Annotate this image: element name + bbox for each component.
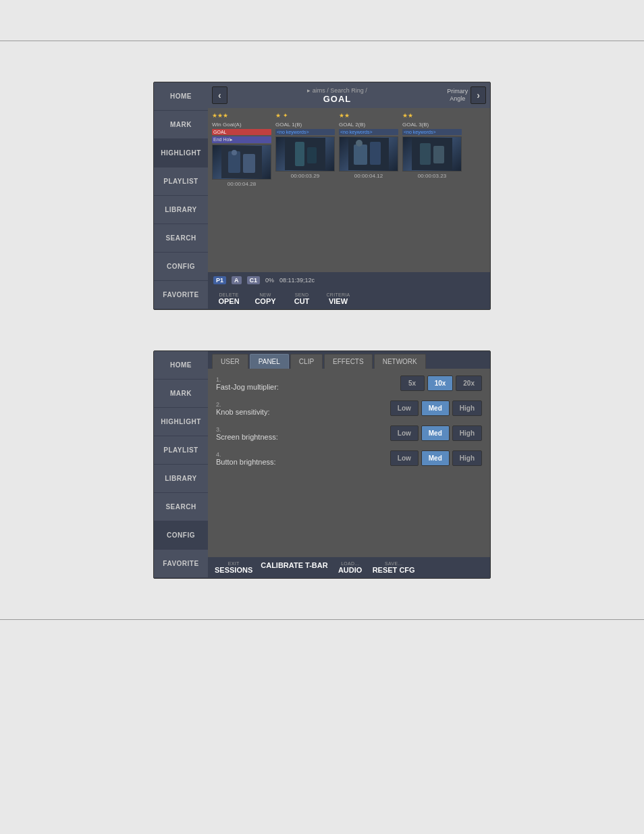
open-button[interactable]: DELETE OPEN (212, 291, 246, 307)
sidebar-item-search[interactable]: SEARCH (154, 224, 208, 253)
config-bottom-bar: EXIT SESSIONS CALIBRATE T-BAR LOAD... AU… (208, 557, 490, 578)
panel-1-header: ‹ ▸ aims / Search Ring / GOAL Primary An… (208, 82, 490, 108)
row2-btn-high[interactable]: High (452, 400, 482, 416)
clip-item-3[interactable]: ★★ GOAL 2(B) <no keywords> (339, 112, 398, 190)
tab-clip[interactable]: CLIP (290, 354, 323, 369)
config-tabs: USER PANEL CLIP EFFECTS NETWORK (208, 351, 490, 369)
nav-prev-button[interactable]: ‹ (212, 86, 227, 104)
config-row-2: 2. Knob sensitivity: Low Med High (216, 400, 482, 416)
header-subtitle: ▸ aims / Search Ring / (230, 87, 445, 94)
row1-buttons: 5x 10x 20x (400, 375, 482, 391)
p1-badge: P1 (213, 276, 226, 284)
svg-rect-13 (348, 138, 389, 170)
config-row-1: 1. Fast-Jog multiplier: 5x 10x 20x (216, 375, 482, 391)
header-angle: Primary Angle (447, 88, 468, 103)
panel-1: HOME MARK HIGHLIGHT PLAYLIST LIBRARY SEA… (153, 82, 491, 310)
clips-grid: ★★★ Win Goal(A) GOAL End Hol▸ (208, 108, 490, 194)
calibrate-button[interactable]: CALIBRATE T-BAR (258, 560, 330, 575)
tab-panel[interactable]: PANEL (250, 354, 289, 369)
sidebar2-item-config[interactable]: CONFIG (154, 521, 208, 550)
a-badge: A (232, 276, 242, 284)
sidebar2-item-highlight[interactable]: HIGHLIGHT (154, 408, 208, 436)
sidebar-2: HOME MARK HIGHLIGHT PLAYLIST LIBRARY SEA… (154, 351, 208, 578)
svg-rect-8 (285, 138, 325, 170)
sidebar-item-home[interactable]: HOME (154, 82, 208, 111)
sidebar2-item-library[interactable]: LIBRARY (154, 465, 208, 493)
sidebar-item-mark[interactable]: MARK (154, 111, 208, 139)
tab-effects[interactable]: EFFECTS (324, 354, 373, 369)
row4-btn-high[interactable]: High (452, 450, 482, 466)
row4-btn-med[interactable]: Med (421, 450, 450, 466)
tab-user[interactable]: USER (212, 354, 248, 369)
nav-next-button[interactable]: › (471, 86, 486, 104)
sidebar2-item-mark[interactable]: MARK (154, 380, 208, 408)
audio-button[interactable]: LOAD... AUDIO (333, 560, 367, 575)
c1-badge: C1 (247, 276, 261, 284)
bottom-bar-1: DELETE OPEN NEW COPY SEND CUT CRITERIA V… (208, 288, 490, 309)
clip-thumb-4 (402, 136, 462, 172)
row3-buttons: Low Med High (390, 425, 482, 441)
row3-btn-high[interactable]: High (452, 425, 482, 441)
config-body: 1. Fast-Jog multiplier: 5x 10x 20x 2. Kn… (208, 369, 490, 473)
row4-btn-low[interactable]: Low (390, 450, 419, 466)
row3-btn-low[interactable]: Low (390, 425, 419, 441)
sidebar2-item-playlist[interactable]: PLAYLIST (154, 436, 208, 465)
clip-thumb-1 (212, 145, 271, 180)
sidebar-item-playlist[interactable]: PLAYLIST (154, 167, 208, 196)
status-bar-1: P1 A C1 0% 08:11:39;12c (208, 272, 490, 288)
panel-2: HOME MARK HIGHLIGHT PLAYLIST LIBRARY SEA… (153, 350, 491, 579)
sidebar-item-library[interactable]: LIBRARY (154, 196, 208, 224)
clip-thumb-3 (339, 136, 398, 172)
svg-rect-4 (221, 146, 262, 178)
sidebar-item-favorite[interactable]: FAVORITE (154, 281, 208, 309)
clip-item-1[interactable]: ★★★ Win Goal(A) GOAL End Hol▸ (212, 112, 271, 190)
row1-btn-20x[interactable]: 20x (456, 375, 482, 391)
svg-rect-17 (412, 138, 452, 170)
bottom-divider (0, 619, 644, 620)
panel-2-content: USER PANEL CLIP EFFECTS NETWORK 1. Fast-… (208, 351, 490, 578)
row4-buttons: Low Med High (390, 450, 482, 466)
cut-button[interactable]: SEND CUT (285, 291, 319, 307)
copy-button[interactable]: NEW COPY (248, 291, 282, 307)
sidebar2-item-home[interactable]: HOME (154, 351, 208, 380)
panel-1-content: ‹ ▸ aims / Search Ring / GOAL Primary An… (208, 82, 490, 309)
sidebar2-item-search[interactable]: SEARCH (154, 493, 208, 521)
row2-btn-med[interactable]: Med (421, 400, 450, 416)
row2-btn-low[interactable]: Low (390, 400, 419, 416)
clip-item-2[interactable]: ★ ✦ GOAL 1(B) <no keywords> (275, 112, 335, 190)
clips-spacer (208, 194, 490, 273)
page-wrapper: HOME MARK HIGHLIGHT PLAYLIST LIBRARY SEA… (0, 14, 644, 647)
header-title: GOAL (230, 94, 445, 104)
row2-buttons: Low Med High (390, 400, 482, 416)
top-divider (0, 41, 644, 41)
row1-btn-10x[interactable]: 10x (427, 375, 454, 391)
sidebar2-item-favorite[interactable]: FAVORITE (154, 550, 208, 578)
tab-network[interactable]: NETWORK (374, 354, 426, 369)
config-spacer (208, 473, 490, 557)
config-row-3: 3. Screen brightness: Low Med High (216, 425, 482, 441)
sidebar-item-highlight[interactable]: HIGHLIGHT (154, 139, 208, 167)
progress-text: 0% (265, 277, 274, 284)
clip-thumb-2 (275, 136, 335, 172)
row1-btn-5x[interactable]: 5x (400, 375, 425, 391)
sidebar-item-config[interactable]: CONFIG (154, 253, 208, 281)
row3-btn-med[interactable]: Med (421, 425, 450, 441)
header-center: ▸ aims / Search Ring / GOAL (230, 87, 445, 104)
sessions-button[interactable]: EXIT SESSIONS (212, 560, 255, 575)
clip-item-4[interactable]: ★★ GOAL 3(B) <no keywords> (402, 112, 462, 190)
sidebar-1: HOME MARK HIGHLIGHT PLAYLIST LIBRARY SEA… (154, 82, 208, 309)
config-row-4: 4. Button brightness: Low Med High (216, 450, 482, 466)
view-button[interactable]: CRITERIA VIEW (321, 291, 355, 307)
timecode-text: 08:11:39;12c (279, 277, 315, 284)
reset-cfg-button[interactable]: SAVE... RESET CFG (370, 560, 418, 575)
